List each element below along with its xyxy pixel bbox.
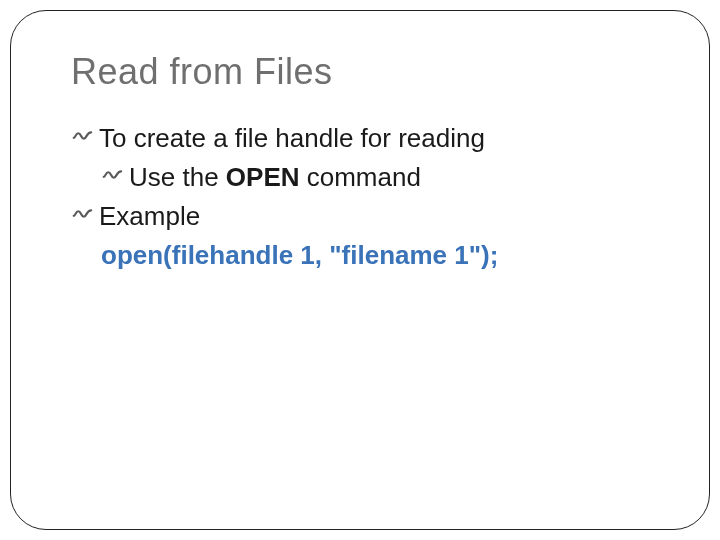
slide-title: Read from Files: [71, 51, 659, 93]
bullet-text: Example: [99, 199, 659, 234]
text-post: command: [300, 162, 421, 192]
code-text: open(filehandle 1, "filename 1");: [101, 240, 498, 270]
bullet-text: To create a file handle for reading: [99, 121, 659, 156]
code-line: open(filehandle 1, "filename 1");: [101, 238, 659, 273]
squiggle-bullet-icon: [71, 121, 99, 151]
slide-frame: Read from Files To create a file handle …: [10, 10, 710, 530]
slide-body: To create a file handle for reading Use …: [71, 121, 659, 273]
squiggle-bullet-icon: [71, 199, 99, 229]
bullet-line-2: Use the OPEN command: [101, 160, 659, 195]
keyword-open: OPEN: [226, 162, 300, 192]
text-pre: Use the: [129, 162, 226, 192]
bullet-line-3: Example: [71, 199, 659, 234]
squiggle-bullet-icon: [101, 160, 129, 190]
bullet-text: Use the OPEN command: [129, 160, 659, 195]
bullet-line-1: To create a file handle for reading: [71, 121, 659, 156]
